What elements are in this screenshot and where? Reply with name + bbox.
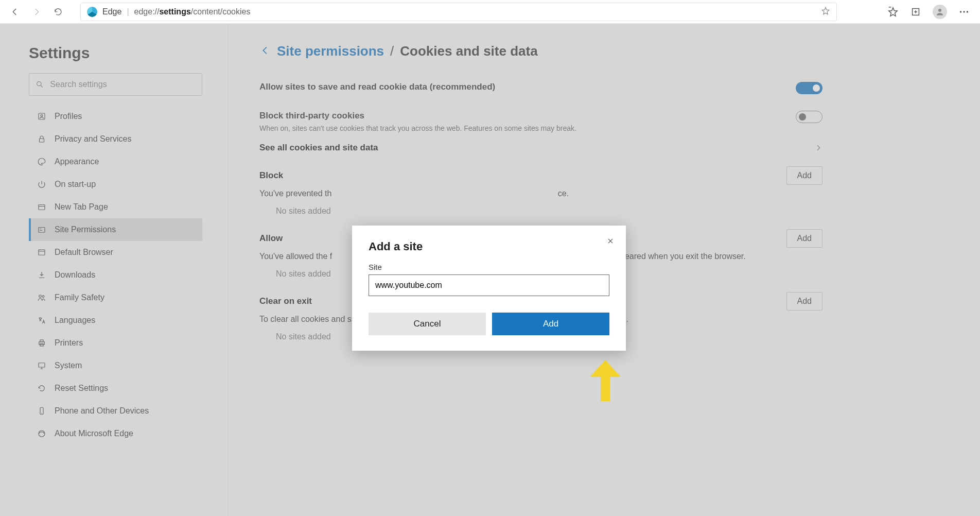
browser-icon — [36, 247, 47, 258]
edge-icon — [36, 428, 47, 439]
sidebar-item-phone[interactable]: Phone and Other Devices — [29, 400, 202, 422]
see-all-cookies-row[interactable]: See all cookies and site data — [259, 140, 822, 166]
block-thirdparty-toggle[interactable] — [796, 111, 822, 123]
add-site-dialog: Add a site Site Cancel Add — [352, 226, 626, 351]
download-icon — [36, 269, 47, 281]
svg-rect-15 — [40, 340, 43, 342]
dialog-cancel-button[interactable]: Cancel — [369, 313, 486, 335]
forward-nav-button — [28, 3, 45, 21]
sidebar-item-label: Site Permissions — [55, 225, 116, 234]
svg-point-19 — [39, 431, 45, 437]
block-section-title: Block — [259, 170, 283, 181]
svg-point-5 — [37, 82, 41, 86]
sidebar-item-label: Privacy and Services — [55, 134, 131, 144]
sidebar-item-downloads[interactable]: Downloads — [29, 264, 202, 286]
back-nav-button[interactable] — [6, 3, 24, 21]
clear-section-title: Clear on exit — [259, 296, 312, 306]
dialog-site-input[interactable] — [369, 274, 609, 296]
collections-icon[interactable] — [910, 6, 921, 18]
profile-icon — [36, 111, 47, 122]
reset-icon — [36, 383, 47, 394]
sidebar-item-site-permissions[interactable]: Site Permissions — [29, 218, 202, 241]
sidebar-item-appearance[interactable]: Appearance — [29, 150, 202, 173]
sidebar-item-label: Reset Settings — [55, 384, 108, 393]
svg-point-2 — [960, 11, 961, 12]
sidebar-item-label: Family Safety — [55, 293, 104, 302]
sidebar-item-system[interactable]: System — [29, 354, 202, 377]
refresh-button[interactable] — [49, 3, 67, 21]
url-text: edge://settings/content/cookies — [134, 7, 251, 16]
dialog-close-button[interactable] — [604, 235, 617, 247]
svg-point-3 — [963, 11, 965, 12]
svg-point-7 — [41, 115, 43, 117]
phone-icon — [36, 405, 47, 417]
language-icon — [36, 315, 47, 326]
svg-point-12 — [39, 295, 42, 298]
favorites-icon[interactable] — [887, 6, 899, 18]
block-empty: No sites added — [276, 207, 949, 216]
sidebar-item-startup[interactable]: On start-up — [29, 173, 202, 196]
chevron-right-icon — [814, 144, 822, 152]
svg-rect-17 — [39, 363, 45, 367]
block-add-button[interactable]: Add — [786, 166, 822, 185]
breadcrumb-link[interactable]: Site permissions — [277, 43, 384, 59]
sidebar-item-label: Phone and Other Devices — [55, 406, 149, 416]
sidebar-item-profiles[interactable]: Profiles — [29, 105, 202, 128]
allow-cookies-toggle[interactable] — [796, 82, 822, 94]
sidebar-item-label: Appearance — [55, 157, 99, 166]
permissions-icon — [36, 224, 47, 235]
favorite-star-icon[interactable] — [821, 6, 830, 18]
block-section-desc: You've prevented the following sites fro… — [259, 189, 822, 198]
allow-section-title: Allow — [259, 233, 283, 244]
sidebar-item-about[interactable]: About Microsoft Edge — [29, 422, 202, 445]
svg-rect-11 — [39, 250, 45, 255]
dialog-title: Add a site — [369, 240, 609, 253]
profile-avatar[interactable] — [933, 5, 947, 19]
svg-rect-16 — [40, 344, 43, 347]
sidebar-item-printers[interactable]: Printers — [29, 332, 202, 354]
sidebar-item-label: Default Browser — [55, 248, 113, 257]
block-thirdparty-desc: When on, sites can't use cookies that tr… — [259, 124, 576, 132]
sidebar-item-label: Downloads — [55, 270, 95, 280]
breadcrumb-back-icon[interactable] — [259, 45, 271, 58]
sidebar-item-label: System — [55, 361, 82, 370]
power-icon — [36, 179, 47, 190]
palette-icon — [36, 156, 47, 167]
search-settings-box[interactable] — [29, 73, 202, 96]
address-bar[interactable]: Edge | edge://settings/content/cookies — [80, 3, 837, 21]
printer-icon — [36, 337, 47, 349]
sidebar-item-privacy[interactable]: Privacy and Services — [29, 128, 202, 150]
sidebar-item-family[interactable]: Family Safety — [29, 286, 202, 309]
lock-icon — [36, 133, 47, 145]
sidebar-item-default-browser[interactable]: Default Browser — [29, 241, 202, 264]
sidebar-item-label: Printers — [55, 338, 83, 348]
sidebar-item-label: Profiles — [55, 112, 82, 121]
svg-rect-9 — [39, 205, 45, 210]
edge-logo-icon — [87, 7, 97, 17]
sidebar-item-label: Languages — [55, 316, 95, 325]
allow-add-button[interactable]: Add — [786, 229, 822, 248]
more-menu-icon[interactable] — [958, 6, 970, 18]
sidebar-item-newtab[interactable]: New Tab Page — [29, 196, 202, 218]
clear-add-button[interactable]: Add — [786, 292, 822, 311]
svg-rect-10 — [39, 228, 45, 233]
newtab-icon — [36, 201, 47, 213]
svg-point-1 — [938, 9, 941, 12]
family-icon — [36, 292, 47, 303]
sidebar-item-reset[interactable]: Reset Settings — [29, 377, 202, 400]
sidebar-item-label: On start-up — [55, 180, 96, 189]
sidebar-item-languages[interactable]: Languages — [29, 309, 202, 332]
breadcrumb-current: Cookies and site data — [400, 43, 537, 59]
annotation-arrow — [585, 357, 626, 406]
dialog-add-button[interactable]: Add — [492, 313, 609, 335]
allow-cookies-label: Allow sites to save and read cookie data… — [259, 82, 495, 92]
system-icon — [36, 360, 47, 371]
dialog-field-label: Site — [369, 263, 609, 271]
sidebar-item-label: About Microsoft Edge — [55, 429, 133, 438]
search-settings-input[interactable] — [50, 80, 196, 89]
svg-point-13 — [42, 296, 44, 298]
svg-rect-8 — [40, 139, 44, 142]
sidebar-item-label: New Tab Page — [55, 202, 108, 212]
svg-rect-14 — [39, 342, 45, 345]
block-thirdparty-label: Block third-party cookies — [259, 111, 576, 121]
